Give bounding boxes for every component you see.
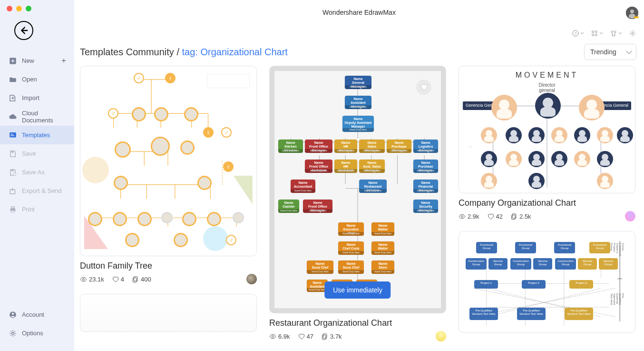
- grid-col-2: Name General ManagerInsert Duty here Nam…: [269, 66, 446, 341]
- card-preview: [80, 294, 257, 332]
- author-avatar[interactable]: [436, 331, 446, 341]
- window-controls: [7, 6, 31, 11]
- svg-rect-21: [592, 34, 594, 36]
- heart-icon: [298, 333, 305, 340]
- matrix-node: Project 3: [569, 280, 593, 289]
- likes-stat: 47: [298, 333, 313, 340]
- svg-rect-1: [10, 132, 16, 138]
- copies-value: 2.5k: [519, 213, 531, 220]
- content-area: Templates Community / tag: Organizationa…: [80, 44, 636, 351]
- author-avatar[interactable]: [246, 274, 257, 284]
- sidebar-item-label: New: [22, 57, 34, 64]
- template-card[interactable]: ♂ ♀ ♂ ♀ ♂ ♀: [80, 66, 257, 284]
- crumb-tag[interactable]: tag: Organizational Chart: [182, 47, 288, 57]
- sidebar-item-label: Account: [22, 311, 44, 318]
- card-preview: MOVEMENT Director general Gerencia Gener…: [459, 66, 635, 193]
- close-window-icon[interactable]: [7, 6, 12, 11]
- sort-label: Trending: [590, 48, 616, 56]
- sidebar-item-save: Save: [0, 144, 74, 163]
- svg-rect-26: [133, 278, 137, 282]
- org-node: Name Chef Cook: [340, 243, 362, 251]
- sidebar-item-saveas: Save As: [0, 163, 74, 181]
- use-immediately-button[interactable]: Use immediately: [324, 281, 390, 299]
- heart-icon: [112, 276, 119, 283]
- app-header: Wondershare EdrawMax ?: [74, 0, 644, 41]
- sort-dropdown[interactable]: Trending: [584, 44, 636, 60]
- svg-rect-19: [592, 31, 594, 33]
- likes-stat: 4: [112, 276, 124, 283]
- eye-icon: [269, 333, 276, 340]
- svg-point-23: [632, 32, 634, 34]
- back-button[interactable]: [14, 21, 33, 40]
- import-icon: [9, 94, 17, 102]
- tree-lines: [80, 66, 256, 256]
- crumb-root[interactable]: Templates Community: [80, 47, 174, 57]
- sidebar-item-import[interactable]: Import: [0, 89, 74, 107]
- sidebar-item-label: Save: [22, 150, 36, 157]
- card-stats: 6.9k 47 3.7k: [269, 331, 446, 341]
- org-node: Name Cashier: [280, 201, 297, 209]
- favorite-button[interactable]: [416, 80, 431, 95]
- heart-icon: [420, 83, 428, 91]
- breadcrumb: Templates Community / tag: Organizationa…: [80, 47, 288, 58]
- template-card[interactable]: MOVEMENT Director general Gerencia Gener…: [459, 66, 635, 221]
- matrix-node: Construction Group: [555, 258, 576, 270]
- minimize-window-icon[interactable]: [16, 6, 22, 11]
- shirt-icon: [610, 30, 617, 37]
- template-card[interactable]: Name General ManagerInsert Duty here Nam…: [269, 66, 446, 341]
- sidebar-item-account[interactable]: Account: [0, 305, 74, 324]
- org-node: Name Sous Chef: [309, 262, 332, 270]
- user-avatar[interactable]: [626, 7, 638, 19]
- views-stat: 2.9k: [459, 213, 479, 220]
- templates-icon: [9, 131, 17, 140]
- org-node: Name Sous Chef: [340, 262, 362, 270]
- template-card[interactable]: Functional Group Functional Group Functi…: [459, 231, 635, 333]
- save-icon: [9, 150, 17, 158]
- matrix-node: Project 1: [474, 280, 498, 289]
- views-value: 6.9k: [278, 333, 290, 340]
- header-actions: ?: [572, 30, 636, 37]
- share-button[interactable]: [610, 30, 622, 37]
- app-title: Wondershare EdrawMax: [74, 0, 644, 16]
- template-card[interactable]: [80, 294, 257, 332]
- views-value: 2.9k: [468, 213, 479, 220]
- author-avatar[interactable]: [625, 211, 635, 221]
- shortcuts-button[interactable]: [591, 30, 603, 37]
- add-icon[interactable]: ＋: [60, 56, 68, 66]
- matrix-node: Service Group: [599, 258, 618, 270]
- crown-badge-icon: [634, 14, 639, 20]
- command-icon: [591, 30, 598, 37]
- svg-rect-22: [595, 34, 597, 36]
- user-icon: [9, 311, 17, 319]
- org-node: Name Waiter: [373, 224, 392, 231]
- card-title: Restaurant Organizational Chart: [269, 318, 446, 328]
- help-button[interactable]: ?: [572, 30, 584, 37]
- org-node: Name Waiter: [373, 243, 392, 251]
- matrix-node: Service Group: [488, 258, 507, 270]
- sidebar-item-new[interactable]: New ＋: [0, 51, 74, 70]
- views-stat: 6.9k: [269, 333, 290, 340]
- card-title: Dutton Family Tree: [80, 261, 257, 271]
- maximize-window-icon[interactable]: [26, 6, 31, 11]
- svg-rect-4: [11, 151, 14, 153]
- sidebar-item-label: Options: [22, 330, 43, 337]
- svg-rect-3: [11, 135, 15, 136]
- sidebar-item-open[interactable]: Open: [0, 70, 74, 89]
- export-icon: [9, 187, 17, 195]
- settings-button[interactable]: [629, 30, 636, 37]
- sidebar-item-options[interactable]: Options: [0, 324, 74, 342]
- views-value: 23.1k: [89, 276, 104, 283]
- sidebar-item-label: Import: [22, 94, 39, 101]
- sidebar-item-templates[interactable]: Templates: [0, 126, 74, 144]
- grid-col-3: MOVEMENT Director general Gerencia Gener…: [459, 66, 635, 333]
- eye-icon: [459, 213, 466, 220]
- sidebar-menu: New ＋ Open Import Cloud Documents Templa…: [0, 51, 74, 219]
- grid-col-1: ♂ ♀ ♂ ♀ ♂ ♀: [80, 66, 257, 332]
- copies-stat: 400: [132, 276, 151, 283]
- chevron-down-icon: [618, 31, 622, 35]
- svg-point-30: [461, 215, 463, 217]
- card-preview: ♂ ♀ ♂ ♀ ♂ ♀: [80, 66, 257, 256]
- sidebar-item-cloud[interactable]: Cloud Documents: [0, 107, 74, 126]
- svg-point-27: [272, 335, 274, 337]
- org-node: Name Deputy Assistant Manager: [344, 117, 372, 129]
